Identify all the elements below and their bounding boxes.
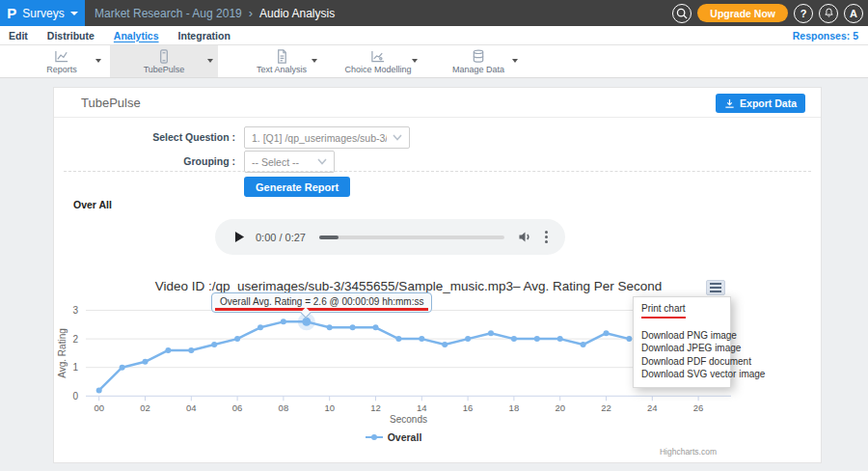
toolbar-label: Reports (46, 65, 77, 74)
svg-text:02: 02 (140, 402, 150, 413)
nav-analytics[interactable]: Analytics (114, 30, 159, 42)
breadcrumb-separator: › (249, 6, 253, 20)
device-icon (155, 49, 173, 64)
toolbar-item-manage-data[interactable]: Manage Data (434, 45, 523, 77)
svg-text:06: 06 (232, 402, 243, 413)
menu-item-download-pdf-document[interactable]: Download PDF document (634, 355, 730, 369)
breadcrumb-current-page: Audio Analysis (259, 7, 335, 20)
player-menu-button[interactable] (545, 231, 548, 243)
play-button[interactable] (234, 231, 245, 243)
generate-report-button[interactable]: Generate Report (244, 177, 350, 197)
questionpro-logo: P (7, 5, 16, 21)
toolbar-item-text-analysis[interactable]: Text Analysis (241, 45, 322, 77)
tubepulse-panel: TubePulse Export Data Select Question : … (53, 87, 822, 463)
svg-text:00: 00 (94, 402, 104, 413)
svg-text:Avg. Rating: Avg. Rating (57, 328, 68, 378)
hamburger-icon (710, 287, 721, 289)
legend-marker-icon (366, 432, 383, 442)
svg-text:2: 2 (72, 334, 78, 345)
kebab-icon (545, 231, 548, 234)
bell-icon (823, 7, 835, 19)
svg-text:16: 16 (463, 402, 474, 413)
product-name: Surveys (22, 7, 64, 20)
responses-count: Responses: 5 (793, 30, 858, 42)
select-question-label: Select Question : (91, 131, 235, 143)
search-icon (676, 8, 688, 19)
rating-chart: Video ID :/qp_userimages/sub-3/3455655/S… (54, 271, 823, 464)
chart-tooltip: Overall Avg. Rating = 2.6 @ 00:00:09 hh:… (211, 292, 432, 313)
menu-item-download-svg-vector-image[interactable]: Download SVG vector image (634, 368, 730, 381)
scatter-chart-icon (369, 49, 387, 64)
seek-bar-played (319, 236, 339, 239)
toolbar-label: Manage Data (452, 65, 504, 74)
export-data-button[interactable]: Export Data (716, 94, 805, 113)
svg-text:10: 10 (324, 402, 335, 413)
audio-player: 0:00 / 0:27 (215, 219, 565, 255)
toolbar-item-tubepulse[interactable]: TubePulse (110, 45, 218, 77)
app-screen: P Surveys Market Research - Aug 2019 › A… (0, 0, 868, 471)
avatar[interactable]: A (844, 4, 863, 23)
surveys-product-menu[interactable]: P Surveys (0, 0, 85, 26)
panel-header: TubePulse Export Data (54, 88, 821, 118)
grouping-select-value: -- Select -- (252, 156, 312, 168)
seek-bar[interactable] (319, 236, 504, 239)
chevron-down-icon[interactable] (512, 59, 518, 63)
svg-text:26: 26 (693, 402, 704, 413)
chevron-down-icon[interactable] (312, 59, 317, 63)
breadcrumb-survey-name[interactable]: Market Research - Aug 2019 (95, 7, 242, 20)
chevron-down-icon (70, 12, 78, 15)
chart-tooltip-text: Overall Avg. Rating = 2.6 @ 00:00:09 hh:… (220, 296, 423, 307)
search-button[interactable] (672, 4, 692, 23)
toolbar-label: Choice Modelling (344, 65, 411, 74)
svg-text:08: 08 (279, 402, 289, 413)
svg-text:22: 22 (601, 402, 611, 413)
menu-item-print-chart[interactable]: Print chart (634, 302, 730, 320)
download-icon (724, 98, 735, 109)
menu-item-download-png-image[interactable]: Download PNG image (634, 329, 730, 343)
export-label: Export Data (740, 97, 797, 109)
player-time: 0:00 / 0:27 (256, 232, 306, 243)
menu-item-download-jpeg-image[interactable]: Download JPEG image (634, 342, 730, 355)
form-separator (64, 171, 811, 172)
svg-text:0: 0 (72, 391, 78, 402)
hamburger-icon (710, 283, 721, 285)
highcharts-credit-link[interactable]: Highcharts.com (660, 447, 717, 457)
overall-section-label: Over All (73, 199, 112, 210)
chevron-down-icon[interactable] (95, 59, 101, 63)
database-icon (470, 49, 487, 64)
toolbar-item-choice-modelling[interactable]: Choice Modelling (334, 45, 422, 77)
kebab-icon (545, 236, 548, 238)
breadcrumb: Market Research - Aug 2019 › Audio Analy… (95, 6, 335, 20)
notifications-button[interactable] (819, 4, 838, 23)
help-button[interactable]: ? (794, 4, 813, 23)
chevron-down-icon[interactable] (207, 59, 213, 63)
chevron-down-icon (317, 158, 327, 165)
question-select[interactable]: 1. [Q1] /qp_userimages/sub-3/3455655/S..… (244, 126, 410, 149)
document-icon (273, 49, 290, 64)
toolbar-label: Text Analysis (257, 65, 307, 74)
svg-text:14: 14 (417, 402, 427, 413)
kebab-icon (545, 240, 548, 243)
topbar-actions: Upgrade Now ? A (672, 0, 863, 26)
svg-text:24: 24 (647, 402, 658, 413)
nav-integration[interactable]: Integration (178, 30, 231, 42)
toolbar-item-reports[interactable]: Reports (17, 45, 106, 77)
nav-distribute[interactable]: Distribute (47, 30, 95, 42)
chevron-down-icon[interactable] (412, 59, 418, 63)
toolbar-label: TubePulse (144, 65, 185, 74)
svg-text:1: 1 (72, 362, 78, 373)
legend-label: Overall (388, 431, 422, 443)
legend-item-overall[interactable]: Overall (54, 431, 733, 443)
svg-text:3: 3 (72, 305, 78, 316)
panel-title: TubePulse (81, 96, 141, 110)
upgrade-now-button[interactable]: Upgrade Now (697, 4, 788, 22)
chart-menu-button[interactable] (706, 280, 725, 295)
grouping-select[interactable]: -- Select -- (244, 151, 335, 173)
volume-button[interactable] (518, 231, 532, 243)
chart-context-menu: Print chartDownload PNG imageDownload JP… (633, 296, 731, 388)
volume-icon (518, 231, 532, 243)
question-select-value: 1. [Q1] /qp_userimages/sub-3/3455655/S..… (252, 132, 387, 144)
question-mark-icon: ? (800, 8, 807, 19)
svg-text:18: 18 (509, 402, 520, 413)
nav-edit[interactable]: Edit (9, 30, 28, 42)
